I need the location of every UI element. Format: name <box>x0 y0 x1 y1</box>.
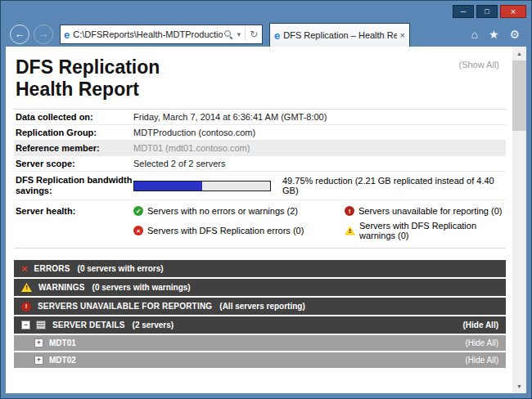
search-icon[interactable] <box>224 30 233 39</box>
section-title: SERVER DETAILS <box>52 321 125 330</box>
field-row-reference-member: Reference member: MDT01 (mdt01.contoso.c… <box>14 141 506 156</box>
field-label: Server health: <box>14 206 133 240</box>
maximize-icon: □ <box>485 7 489 17</box>
page-viewport: DFS Replication Health Report (Show All)… <box>6 47 526 393</box>
scroll-up-arrow[interactable]: ▲ <box>512 47 526 61</box>
vertical-scrollbar[interactable]: ▲ ▼ <box>512 47 526 393</box>
expand-plus-icon[interactable]: + <box>34 356 43 365</box>
hide-all-link[interactable]: (Hide All) <box>465 338 498 347</box>
address-divider <box>245 28 246 41</box>
server-stack-icon <box>36 321 46 330</box>
report-content: DFS Replication Health Report (Show All)… <box>6 47 512 393</box>
close-icon: × <box>511 7 516 17</box>
unavailable-circle-icon: ! <box>21 302 31 312</box>
close-button[interactable]: × <box>500 5 526 18</box>
browser-window: ─ □ × ← → e C:\DFSReports\Health-MDTProd… <box>0 0 532 399</box>
field-row-server-scope: Server scope: Selected 2 of 2 servers <box>14 156 506 172</box>
toolbar-right-icons: ⌂ ★ ⚙ <box>471 28 520 41</box>
page-title: DFS Replication Health Report <box>16 56 503 101</box>
section-bar-errors[interactable]: × ERRORS (0 servers with errors) <box>14 260 506 277</box>
address-bar[interactable]: e C:\DFSReports\Health-MDTProduction-07M… <box>60 25 263 44</box>
scroll-down-arrow[interactable]: ▼ <box>512 379 526 393</box>
health-item-text: Servers with DFS Replication warnings (0… <box>359 221 506 240</box>
server-row-mdt01[interactable]: + MDT01 (Hide All) <box>14 335 506 351</box>
health-item-text: Servers unavailable for reporting (0) <box>358 206 502 216</box>
settings-gear-icon[interactable]: ⚙ <box>509 28 520 41</box>
browser-tab[interactable]: e DFS Replication – Health Re... × <box>269 23 410 47</box>
report-header: DFS Replication Health Report (Show All) <box>14 53 506 109</box>
health-item-warnings: ! Servers with DFS Replication warnings … <box>345 221 506 240</box>
server-row-mdt02[interactable]: + MDT02 (Hide All) <box>14 352 506 368</box>
field-row-data-collected: Data collected on: Friday, March 7, 2014… <box>14 110 506 125</box>
section-title: SERVERS UNAVAILABLE FOR REPORTING <box>38 302 212 311</box>
field-label: Data collected on: <box>14 112 133 122</box>
field-value: MDT01 (mdt01.contoso.com) <box>133 143 250 153</box>
field-label: Server scope: <box>14 159 133 168</box>
error-circle-icon: × <box>133 226 143 235</box>
section-subtitle: (All servers reporting) <box>219 302 304 311</box>
section-bar-server-details[interactable]: − SERVER DETAILS (2 servers) (Hide All) <box>14 316 506 334</box>
show-all-link[interactable]: (Show All) <box>458 60 499 69</box>
server-name: MDT01 <box>49 338 76 347</box>
server-health-row: Server health: ✓ Servers with no errors … <box>14 200 506 249</box>
page-title-line1: DFS Replication <box>16 56 503 78</box>
bandwidth-savings-row: DFS Replication bandwidth savings: 49.75… <box>14 172 506 200</box>
warning-triangle-icon: ! <box>21 283 32 292</box>
maximize-button[interactable]: □ <box>476 5 498 18</box>
hide-all-link[interactable]: (Hide All) <box>465 356 498 365</box>
health-item-text: Servers with no errors or warnings (2) <box>147 206 298 216</box>
report-sections: × ERRORS (0 servers with errors) ! WARNI… <box>14 260 506 368</box>
section-title: WARNINGS <box>38 283 85 292</box>
server-health-grid: ✓ Servers with no errors or warnings (2)… <box>133 206 506 240</box>
window-controls: ─ □ × <box>453 5 526 18</box>
bandwidth-progress-fill <box>134 182 202 191</box>
chevron-down-icon[interactable]: ▾ <box>235 30 242 38</box>
home-icon[interactable]: ⌂ <box>471 28 477 41</box>
health-item-errors: × Servers with DFS Replication errors (0… <box>133 221 345 240</box>
field-value: Selected 2 of 2 servers <box>133 159 226 168</box>
report-fields: Data collected on: Friday, March 7, 2014… <box>14 109 506 249</box>
warning-triangle-icon: ! <box>345 226 355 235</box>
back-button[interactable]: ← <box>10 25 29 44</box>
forward-button[interactable]: → <box>34 25 53 44</box>
expand-plus-icon[interactable]: + <box>34 338 43 347</box>
field-row-replication-group: Replication Group: MDTProduction (contos… <box>14 125 506 141</box>
tab-close-icon[interactable]: × <box>400 30 405 40</box>
health-item-no-errors: ✓ Servers with no errors or warnings (2) <box>133 206 345 216</box>
unavailable-circle-icon: ! <box>345 206 354 216</box>
check-circle-icon: ✓ <box>133 206 143 216</box>
tab-title: DFS Replication – Health Re... <box>283 30 396 40</box>
address-input[interactable]: C:\DFSReports\Health-MDTProduction-07M <box>73 29 223 39</box>
section-subtitle: (0 servers with errors) <box>78 264 164 273</box>
bandwidth-text: 49.75% reduction (2.21 GB replicated ins… <box>282 176 506 195</box>
page-title-line2: Health Report <box>16 78 503 101</box>
minimize-icon: ─ <box>461 7 466 17</box>
bandwidth-progress-bar <box>133 181 271 191</box>
field-label: Reference member: <box>14 143 133 153</box>
error-x-icon: × <box>21 263 28 274</box>
section-subtitle: (2 servers) <box>133 321 174 330</box>
field-value: Friday, March 7, 2014 at 6:36:41 AM (GMT… <box>133 112 327 122</box>
health-item-unavailable: ! Servers unavailable for reporting (0) <box>345 206 506 216</box>
server-name: MDT02 <box>49 356 76 365</box>
collapse-minus-icon[interactable]: − <box>21 321 30 330</box>
window-titlebar: ─ □ × <box>1 1 531 22</box>
browser-toolbar: ← → e C:\DFSReports\Health-MDTProduction… <box>6 22 526 47</box>
minimize-button[interactable]: ─ <box>453 5 474 18</box>
hide-all-link[interactable]: (Hide All) <box>462 321 498 330</box>
tab-favicon-icon: e <box>274 29 280 42</box>
health-item-text: Servers with DFS Replication errors (0) <box>147 226 304 235</box>
favorites-star-icon[interactable]: ★ <box>489 28 499 41</box>
section-bar-unavailable[interactable]: ! SERVERS UNAVAILABLE FOR REPORTING (All… <box>14 298 506 315</box>
section-subtitle: (0 servers with warnings) <box>92 283 191 292</box>
section-bar-warnings[interactable]: ! WARNINGS (0 servers with warnings) <box>14 279 506 296</box>
field-label: DFS Replication bandwidth savings: <box>14 175 133 196</box>
section-title: ERRORS <box>34 264 70 273</box>
refresh-icon[interactable]: ↻ <box>248 29 259 40</box>
field-value: MDTProduction (contoso.com) <box>133 128 255 137</box>
field-label: Replication Group: <box>14 128 133 137</box>
ie-page-icon: e <box>64 29 70 41</box>
scrollbar-thumb[interactable] <box>512 61 526 131</box>
